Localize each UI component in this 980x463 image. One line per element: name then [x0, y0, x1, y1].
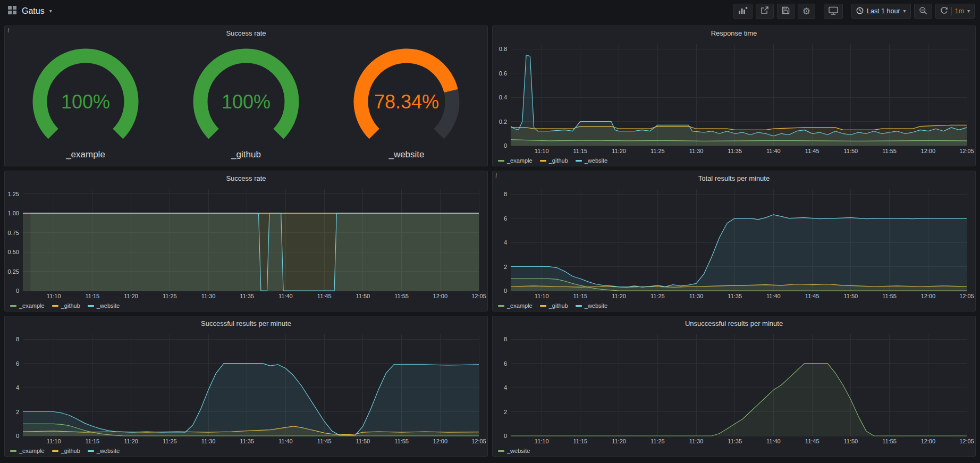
y-tick-label: 0.2 — [499, 119, 507, 125]
legend-item-_website[interactable]: _website — [498, 448, 530, 454]
panel-title[interactable]: Unsuccessful results per minute — [493, 316, 975, 330]
legend-swatch — [52, 450, 58, 452]
x-tick-label: 11:35 — [240, 438, 254, 444]
legend-swatch — [540, 160, 546, 162]
legend-item-_example[interactable]: _example — [498, 302, 533, 309]
chart-canvas[interactable]: 00.250.500.751.001.2511:1011:1511:2011:2… — [5, 185, 487, 300]
x-tick-label: 11:25 — [650, 438, 665, 444]
x-tick-label: 11:10 — [535, 438, 549, 444]
refresh-button[interactable] — [940, 6, 948, 16]
add-panel-button[interactable] — [733, 4, 753, 19]
chart-canvas[interactable]: 0246811:1011:1511:2011:2511:3011:3511:40… — [5, 330, 487, 445]
legend-series-name: _github — [61, 302, 80, 309]
x-tick-label: 12:00 — [433, 438, 448, 444]
x-tick-label: 12:05 — [471, 438, 486, 444]
panel-body: 0246811:1011:1511:2011:2511:3011:3511:40… — [493, 330, 975, 456]
legend-item-_github[interactable]: _github — [52, 448, 80, 454]
chart-area[interactable]: 0246811:1011:1511:2011:2511:3011:3511:40… — [493, 185, 975, 300]
share-dashboard-button[interactable] — [756, 4, 774, 19]
x-tick-label: 12:00 — [921, 148, 936, 154]
chart-area[interactable]: 0246811:1011:1511:2011:2511:3011:3511:40… — [5, 330, 487, 445]
dashboard-settings-button[interactable]: ⚙ — [798, 4, 815, 19]
panel-title[interactable]: Success rate — [5, 26, 487, 40]
x-tick-label: 11:15 — [86, 438, 100, 444]
legend-item-_website[interactable]: _website — [88, 302, 120, 309]
y-tick-label: 2 — [16, 409, 19, 415]
y-tick-label: 0.6 — [499, 70, 507, 77]
legend-item-_website[interactable]: _website — [576, 157, 607, 164]
x-tick-label: 11:20 — [124, 438, 138, 444]
legend-item-_website[interactable]: _website — [88, 448, 120, 454]
refresh-interval-label[interactable]: 1m — [955, 7, 964, 15]
legend-item-_example[interactable]: _example — [10, 448, 45, 454]
legend-item-_example[interactable]: _example — [10, 302, 45, 309]
legend-item-_github[interactable]: _github — [540, 302, 568, 309]
gauge-value: 78.34% — [374, 91, 439, 113]
y-tick-label: 4 — [504, 239, 507, 246]
gauge-arc: 100% — [166, 46, 326, 150]
legend-series-name: _github — [549, 302, 568, 309]
legend-item-_github[interactable]: _github — [540, 157, 568, 164]
zoom-out-time-button[interactable] — [914, 4, 932, 19]
y-tick-label: 6 — [504, 215, 507, 222]
x-tick-label: 11:50 — [356, 438, 370, 444]
caret-down-icon[interactable]: ▾ — [49, 9, 52, 14]
chart-canvas[interactable]: 00.20.40.60.811:1011:1511:2011:2511:3011… — [493, 40, 975, 155]
legend-series-name: _website — [97, 302, 120, 309]
x-tick-label: 11:40 — [278, 293, 293, 299]
cycle-view-mode-button[interactable] — [824, 4, 843, 19]
chart-area[interactable]: 0246811:1011:1511:2011:2511:3011:3511:40… — [493, 330, 975, 445]
legend-swatch — [576, 160, 582, 162]
x-tick-label: 12:00 — [921, 438, 936, 444]
save-dashboard-button[interactable] — [777, 4, 795, 19]
x-tick-label: 11:10 — [535, 293, 549, 299]
panel-title[interactable]: Success rate — [5, 171, 487, 185]
x-tick-label: 11:35 — [240, 293, 254, 299]
x-tick-label: 11:45 — [805, 293, 820, 299]
x-tick-label: 11:20 — [612, 293, 626, 299]
legend: _example_github_website — [493, 155, 975, 166]
panel-info-icon[interactable]: i — [7, 27, 9, 35]
panel-info-icon[interactable]: i — [495, 172, 497, 180]
chart-area[interactable]: 00.250.500.751.001.2511:1011:1511:2011:2… — [5, 185, 487, 300]
chart-canvas[interactable]: 0246811:1011:1511:2011:2511:3011:3511:40… — [493, 330, 975, 445]
legend: _website — [493, 445, 975, 456]
legend-swatch — [10, 305, 16, 307]
x-tick-label: 11:55 — [394, 438, 409, 444]
y-tick-label: 6 — [504, 360, 507, 367]
legend-series-name: _website — [585, 302, 607, 309]
legend-swatch — [576, 305, 582, 307]
panel-title-text: Unsuccessful results per minute — [685, 319, 783, 327]
legend-item-_example[interactable]: _example — [498, 157, 533, 164]
legend-item-_github[interactable]: _github — [52, 302, 80, 309]
x-tick-label: 11:25 — [163, 438, 177, 444]
legend-swatch — [52, 305, 58, 307]
panel-title[interactable]: Successful results per minute — [5, 316, 487, 330]
legend-series-name: _website — [507, 448, 530, 454]
refresh-controls: 1m ▾ — [935, 4, 975, 19]
series-_website — [511, 215, 967, 291]
legend-series-name: _example — [19, 448, 45, 454]
panel-response-time: Response time 00.20.40.60.811:1011:1511:… — [492, 26, 976, 166]
dashboard-grid-icon[interactable] — [7, 5, 17, 17]
time-picker-button[interactable]: Last 1 hour ▾ — [851, 4, 911, 19]
gauge-arc: 78.34% — [327, 46, 486, 150]
caret-down-icon[interactable]: ▾ — [967, 9, 970, 14]
x-tick-label: 11:30 — [689, 148, 704, 154]
dashboard-title[interactable]: Gatus — [22, 6, 45, 16]
panel-title-text: Successful results per minute — [201, 319, 291, 327]
y-tick-label: 0 — [504, 142, 507, 149]
legend-series-name: _website — [585, 157, 607, 164]
panel-title[interactable]: Total results per minute — [493, 171, 975, 185]
x-tick-label: 12:05 — [959, 438, 974, 444]
panel-title[interactable]: Response time — [493, 26, 975, 40]
y-tick-label: 1.00 — [8, 210, 19, 216]
x-tick-label: 11:50 — [844, 438, 858, 444]
legend-item-_website[interactable]: _website — [576, 302, 607, 309]
x-tick-label: 11:45 — [317, 293, 332, 299]
chart-canvas[interactable]: 0246811:1011:1511:2011:2511:3011:3511:40… — [493, 185, 975, 300]
divider — [951, 7, 952, 15]
chart-area[interactable]: 00.20.40.60.811:1011:1511:2011:2511:3011… — [493, 40, 975, 155]
y-tick-label: 2 — [504, 409, 507, 415]
x-tick-label: 11:50 — [844, 148, 858, 154]
